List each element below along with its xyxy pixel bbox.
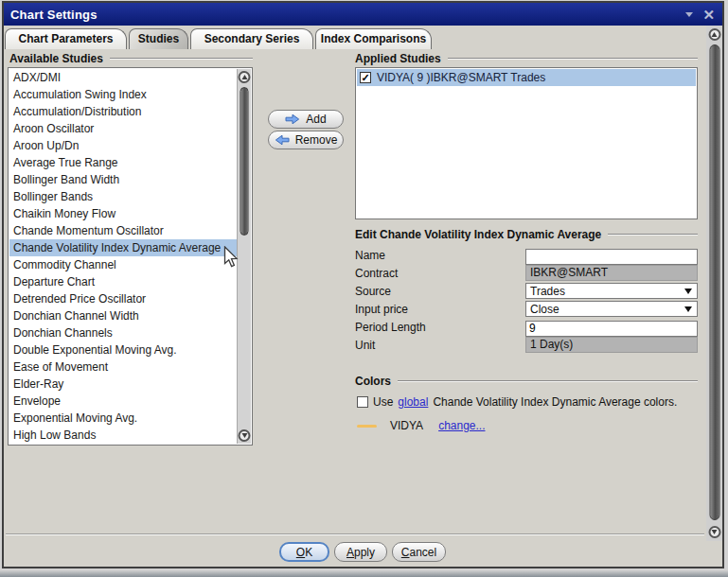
chart-settings-dialog: Chart Settings ✕ Chart Parameters Studie… bbox=[2, 1, 724, 568]
cancel-button[interactable]: Cancel bbox=[392, 542, 446, 562]
available-study-item[interactable]: Accumulation Swing Index bbox=[9, 86, 237, 103]
use-global-row: Use global Chande Volatility Index Dynam… bbox=[357, 395, 677, 409]
available-study-item[interactable]: Elder-Ray bbox=[9, 376, 237, 393]
global-link[interactable]: global bbox=[398, 395, 428, 409]
arrow-down-icon bbox=[241, 433, 247, 438]
change-color-link[interactable]: change... bbox=[438, 419, 485, 432]
input-price-label: Input price bbox=[355, 301, 408, 318]
edit-section-title: Edit Chande Volatility Index Dynamic Ave… bbox=[355, 228, 601, 241]
available-study-item[interactable]: Aroon Up/Dn bbox=[9, 137, 237, 154]
input-price-row: Input price Close bbox=[355, 301, 698, 318]
source-row: Source Trades bbox=[355, 283, 698, 300]
unit-row: Unit 1 Day(s) bbox=[355, 337, 698, 354]
scroll-up-button[interactable] bbox=[239, 71, 251, 83]
close-icon[interactable]: ✕ bbox=[702, 8, 715, 22]
colors-section-rule bbox=[398, 380, 698, 382]
source-selected-value: Trades bbox=[530, 285, 565, 298]
use-global-text-suffix: Chande Volatility Index Dynamic Average … bbox=[433, 395, 677, 409]
dialog-scrollbar[interactable] bbox=[706, 26, 722, 541]
colors-section-header: Colors bbox=[355, 375, 698, 388]
chevron-down-icon bbox=[684, 306, 692, 312]
arrow-down-icon bbox=[712, 530, 718, 534]
available-study-item[interactable]: Donchian Channel Width bbox=[9, 307, 237, 324]
unit-label: Unit bbox=[355, 337, 375, 354]
contract-row: Contract IBKR@SMART bbox=[355, 265, 698, 282]
scroll-thumb[interactable] bbox=[240, 87, 249, 236]
add-arrow-icon bbox=[285, 114, 300, 125]
available-study-item[interactable]: Ease of Movement bbox=[9, 358, 237, 376]
source-label: Source bbox=[355, 283, 391, 300]
available-studies-rows: ADX/DMIAccumulation Swing IndexAccumulat… bbox=[9, 69, 237, 444]
available-study-item[interactable]: Bollinger Band Width bbox=[9, 171, 237, 188]
dialog-scroll-up-button[interactable] bbox=[708, 28, 720, 41]
contract-label: Contract bbox=[355, 265, 398, 282]
available-study-item[interactable]: Bollinger Bands bbox=[9, 188, 237, 205]
name-label: Name bbox=[355, 247, 385, 264]
input-price-select[interactable]: Close bbox=[525, 301, 698, 317]
available-study-item[interactable]: High Low Bands bbox=[9, 427, 237, 444]
vidya-series-label: VIDYA bbox=[390, 419, 423, 432]
use-global-checkbox[interactable] bbox=[357, 396, 368, 408]
available-study-item[interactable]: Commodity Channel bbox=[9, 256, 237, 273]
tab-secondary-series[interactable]: Secondary Series bbox=[190, 28, 313, 49]
applied-studies-rule bbox=[448, 58, 698, 60]
applied-study-row[interactable]: ✓VIDYA( 9 )IBKR@SMART Trades bbox=[357, 69, 696, 86]
input-price-selected-value: Close bbox=[530, 303, 559, 316]
available-studies-list[interactable]: ADX/DMIAccumulation Swing IndexAccumulat… bbox=[8, 67, 253, 446]
scroll-down-button[interactable] bbox=[239, 429, 251, 442]
available-study-item[interactable]: Envelope bbox=[9, 393, 237, 410]
available-study-item[interactable]: Chaikin Money Flow bbox=[9, 205, 237, 222]
ok-button[interactable]: OK bbox=[279, 542, 329, 562]
period-length-row: Period Length bbox=[355, 319, 698, 336]
dialog-scroll-down-button[interactable] bbox=[708, 526, 720, 538]
available-study-item[interactable]: Chande Momentum Oscillator bbox=[9, 222, 237, 239]
titlebar-menu-caret-icon[interactable] bbox=[685, 12, 693, 17]
unit-value: 1 Day(s) bbox=[525, 337, 698, 353]
period-length-input[interactable] bbox=[525, 321, 698, 337]
tab-index-comparisons[interactable]: Index Comparisons bbox=[315, 28, 432, 49]
edit-section-rule bbox=[608, 234, 698, 236]
applied-study-checkbox[interactable]: ✓ bbox=[360, 72, 371, 83]
applied-studies-rows: ✓VIDYA( 9 )IBKR@SMART Trades bbox=[357, 69, 696, 218]
footer-separator bbox=[6, 533, 704, 535]
vidya-color-row: VIDYA change... bbox=[357, 418, 486, 433]
contract-value: IBKR@SMART bbox=[525, 265, 698, 281]
dialog-scroll-thumb[interactable] bbox=[709, 44, 719, 520]
available-study-item[interactable]: Detrended Price Oscillator bbox=[9, 290, 237, 307]
arrow-up-icon bbox=[241, 75, 247, 79]
available-studies-title: Available Studies bbox=[9, 52, 103, 65]
source-select[interactable]: Trades bbox=[525, 283, 698, 299]
window-title: Chart Settings bbox=[4, 8, 98, 22]
dialog-body: Chart Parameters Studies Secondary Serie… bbox=[4, 26, 722, 567]
applied-studies-title: Applied Studies bbox=[355, 52, 441, 65]
available-study-item[interactable]: ADX/DMI bbox=[9, 69, 237, 86]
applied-studies-header: Applied Studies bbox=[355, 52, 698, 65]
remove-button-label: Remove bbox=[295, 133, 338, 147]
available-study-item[interactable]: Chande Volatility Index Dynamic Average bbox=[9, 239, 237, 256]
add-button[interactable]: Add bbox=[268, 110, 344, 129]
available-study-item[interactable]: Exponential Moving Avg. bbox=[9, 410, 237, 427]
titlebar[interactable]: Chart Settings ✕ bbox=[4, 3, 722, 26]
available-study-item[interactable]: Departure Chart bbox=[9, 273, 237, 290]
arrow-up-icon bbox=[712, 32, 718, 37]
tab-chart-parameters[interactable]: Chart Parameters bbox=[5, 28, 127, 49]
available-study-item[interactable]: Accumulation/Distribution bbox=[9, 103, 237, 120]
screen: { "window": { "title": "Chart Settings" … bbox=[0, 0, 728, 577]
remove-button[interactable]: Remove bbox=[268, 131, 344, 149]
window-drop-shadow bbox=[0, 570, 728, 577]
available-studies-header: Available Studies bbox=[9, 52, 253, 65]
apply-button[interactable]: Apply bbox=[334, 542, 387, 562]
name-input[interactable] bbox=[525, 249, 698, 265]
edit-section-header: Edit Chande Volatility Index Dynamic Ave… bbox=[355, 228, 698, 241]
vidya-color-swatch bbox=[357, 425, 377, 428]
available-studies-rule bbox=[110, 58, 253, 60]
tab-studies[interactable]: Studies bbox=[129, 28, 188, 49]
use-global-text-prefix: Use bbox=[373, 395, 393, 409]
available-study-item[interactable]: Average True Range bbox=[9, 154, 237, 171]
available-study-item[interactable]: Aroon Oscillator bbox=[9, 120, 237, 137]
available-study-item[interactable]: Donchian Channels bbox=[9, 324, 237, 341]
applied-study-label: VIDYA( 9 )IBKR@SMART Trades bbox=[377, 71, 545, 84]
available-study-item[interactable]: Double Exponential Moving Avg. bbox=[9, 341, 237, 358]
chevron-down-icon bbox=[684, 288, 692, 294]
applied-studies-list[interactable]: ✓VIDYA( 9 )IBKR@SMART Trades bbox=[355, 67, 698, 219]
